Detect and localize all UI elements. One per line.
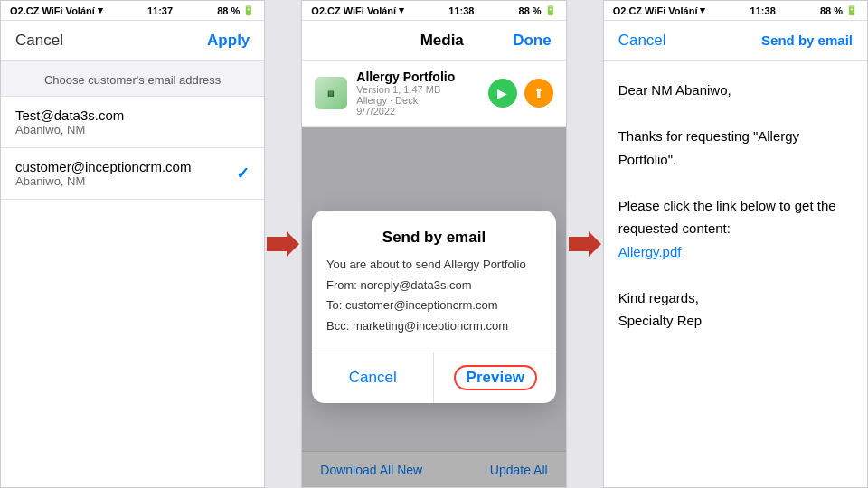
dialog-actions: Cancel Preview: [312, 352, 556, 403]
dialog-from: From: noreply@data3s.com: [326, 277, 542, 295]
wifi-icon-2: ▾: [399, 5, 404, 16]
carrier-3: O2.CZ WiFi Volání: [613, 5, 698, 16]
status-right-3: 88 % 🔋: [820, 5, 858, 16]
media-thumb: ▤: [315, 77, 347, 109]
thanks-line: Thanks for requesting "Allergy Portfolio…: [618, 125, 853, 171]
email-name-1: Abaniwo, NM: [15, 123, 124, 136]
choose-label: Choose customer's email address: [1, 61, 264, 97]
svg-marker-1: [569, 231, 601, 257]
panel-3: O2.CZ WiFi Volání ▾ 11:38 88 % 🔋 Cancel …: [603, 0, 868, 488]
carrier-1: O2.CZ WiFi Volání: [10, 5, 95, 16]
wifi-icon-3: ▾: [700, 5, 705, 16]
media-date: 9/7/2022: [356, 106, 478, 117]
dialog-to: To: customer@inceptioncrm.com: [326, 296, 542, 314]
dialog-body: You are about to send Allergy Portfolio …: [312, 256, 556, 352]
send-email-dialog: Send by email You are about to send Alle…: [312, 211, 556, 403]
status-bar-3: O2.CZ WiFi Volání ▾ 11:38 88 % 🔋: [604, 1, 867, 21]
email-addr-1: Test@data3s.com: [15, 108, 124, 123]
checkmark-icon: ✓: [236, 164, 250, 183]
preview-circled-label: Preview: [454, 365, 537, 390]
media-version: Version 1, 1.47 MB: [356, 84, 478, 95]
dialog-bcc: Bcc: marketing@inceptioncrm.com: [326, 317, 542, 335]
battery-icon-3: 🔋: [845, 5, 858, 16]
status-left-1: O2.CZ WiFi Volání ▾: [10, 5, 103, 16]
apply-button[interactable]: Apply: [207, 32, 250, 50]
media-item-1: ▤ Allergy Portfolio Version 1, 1.47 MB A…: [302, 61, 565, 127]
time-1: 11:37: [147, 5, 173, 16]
carrier-2: O2.CZ WiFi Volání: [311, 5, 396, 16]
arrow-1-container: [265, 0, 301, 488]
status-left-3: O2.CZ WiFi Volání ▾: [613, 5, 706, 16]
media-info: Allergy Portfolio Version 1, 1.47 MB All…: [356, 70, 478, 117]
battery-1: 88 %: [217, 5, 240, 16]
email-row-1[interactable]: Test@data3s.com Abaniwo, NM: [1, 97, 264, 148]
click-line: Please click the link below to get the r…: [618, 194, 853, 240]
email-row-2-info: customer@inceptioncrm.com Abaniwo, NM: [15, 159, 191, 188]
time-2: 11:38: [448, 5, 474, 16]
email-list: Test@data3s.com Abaniwo, NM customer@inc…: [1, 97, 264, 487]
email-row-1-info: Test@data3s.com Abaniwo, NM: [15, 108, 124, 136]
battery-3: 88 %: [820, 5, 843, 16]
main-layout: O2.CZ WiFi Volání ▾ 11:37 88 % 🔋 Cancel …: [0, 0, 868, 488]
status-right-1: 88 % 🔋: [217, 5, 255, 16]
media-list: ▤ Allergy Portfolio Version 1, 1.47 MB A…: [302, 61, 565, 127]
nav-bar-3: Cancel Send by email: [604, 21, 867, 61]
dialog-cancel-button[interactable]: Cancel: [312, 352, 434, 403]
email-row-2[interactable]: customer@inceptioncrm.com Abaniwo, NM ✓: [1, 148, 264, 200]
status-right-2: 88 % 🔋: [519, 5, 557, 16]
media-actions: ▶ ⬆: [488, 79, 553, 108]
status-left-2: O2.CZ WiFi Volání ▾: [311, 5, 404, 16]
time-3: 11:38: [750, 5, 776, 16]
battery-icon-2: 🔋: [544, 5, 557, 16]
cancel-button-3[interactable]: Cancel: [618, 32, 666, 50]
greeting: Dear NM Abaniwo,: [618, 79, 853, 102]
dialog-preview-button[interactable]: Preview: [433, 352, 556, 403]
arrow-2-icon: [569, 231, 601, 257]
dialog-line1: You are about to send Allergy Portfolio: [326, 256, 542, 274]
sign1: Kind regards,: [618, 286, 853, 310]
email-name-2: Abaniwo, NM: [15, 174, 191, 188]
p1-body: Choose customer's email address Test@dat…: [1, 61, 264, 487]
media-title: Allergy Portfolio: [356, 70, 478, 84]
arrow-2-container: [567, 0, 603, 488]
nav-bar-1: Cancel Apply: [1, 21, 264, 61]
status-bar-1: O2.CZ WiFi Volání ▾ 11:37 88 % 🔋: [1, 1, 264, 21]
battery-icon-1: 🔋: [242, 5, 255, 16]
nav-bar-2: Media Done: [302, 21, 565, 61]
wifi-icon-1: ▾: [98, 5, 103, 16]
dialog-overlay: Send by email You are about to send Alle…: [302, 127, 565, 487]
arrow-1-icon: [267, 231, 299, 257]
p2-body: Send by email You are about to send Alle…: [302, 127, 565, 487]
status-bar-2: O2.CZ WiFi Volání ▾ 11:38 88 % 🔋: [302, 1, 565, 21]
cancel-button-1[interactable]: Cancel: [15, 32, 63, 50]
p3-body: Dear NM Abaniwo, Thanks for requesting "…: [604, 61, 867, 487]
sign2: Specialty Rep: [618, 309, 853, 333]
panel-2: O2.CZ WiFi Volání ▾ 11:38 88 % 🔋 Media D…: [301, 0, 566, 488]
email-addr-2: customer@inceptioncrm.com: [15, 159, 191, 174]
nav-title-2: Media: [371, 32, 513, 50]
battery-2: 88 %: [519, 5, 542, 16]
panel-1: O2.CZ WiFi Volání ▾ 11:37 88 % 🔋 Cancel …: [0, 0, 265, 488]
svg-marker-0: [267, 231, 299, 257]
done-button[interactable]: Done: [513, 32, 552, 50]
allergy-pdf-link[interactable]: Allergy.pdf: [618, 244, 682, 259]
play-button[interactable]: ▶: [488, 79, 517, 108]
share-button[interactable]: ⬆: [524, 79, 553, 108]
send-by-email-button[interactable]: Send by email: [761, 33, 853, 48]
dialog-title: Send by email: [312, 211, 556, 256]
media-category: Allergy · Deck: [356, 95, 478, 106]
